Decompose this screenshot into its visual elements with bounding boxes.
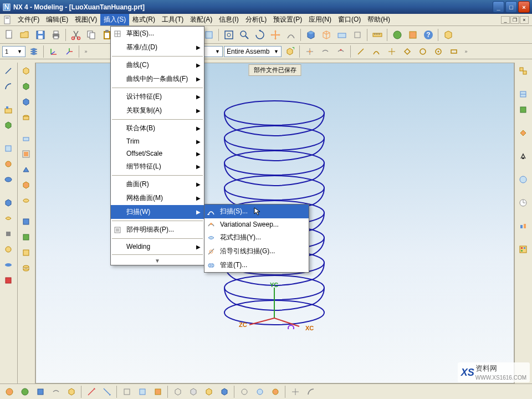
right-tool-6[interactable] xyxy=(516,172,530,187)
layer-input[interactable] xyxy=(5,48,17,55)
left2-tool-5[interactable] xyxy=(19,131,33,146)
bottom-tool-14[interactable] xyxy=(217,385,232,399)
arc-tool[interactable] xyxy=(1,79,16,94)
menu-item-mesh-surface[interactable]: 网格曲面(M) ▶ xyxy=(111,191,204,205)
tool-btn-7[interactable] xyxy=(350,28,365,42)
open-button[interactable] xyxy=(18,28,32,42)
curve-tool-7[interactable] xyxy=(447,44,461,59)
bottom-tool-9[interactable] xyxy=(135,385,150,399)
tool-btn-8[interactable] xyxy=(390,28,405,42)
menu-insert[interactable]: 插入(S) xyxy=(100,14,129,25)
curve-tool-5[interactable] xyxy=(416,44,430,59)
tool-btn-10[interactable] xyxy=(441,28,456,42)
bottom-tool-15[interactable] xyxy=(237,385,252,399)
menu-view[interactable]: 视图(V) xyxy=(71,14,100,25)
menu-file[interactable]: 文件(F) xyxy=(14,14,43,25)
curve-tool-6[interactable] xyxy=(431,44,446,59)
left-tool-3[interactable] xyxy=(1,172,16,187)
right-tool-1[interactable] xyxy=(516,64,530,78)
left2-tool-4[interactable] xyxy=(19,110,33,125)
bottom-tool-8[interactable] xyxy=(120,385,134,399)
menu-item-parts-list[interactable]: 部件明细表(P)... xyxy=(111,223,204,237)
left2-tool-13[interactable] xyxy=(19,261,33,275)
menu-item-welding[interactable]: Welding ▶ xyxy=(111,241,204,253)
line-tool[interactable] xyxy=(1,64,16,78)
right-tool-2[interactable] xyxy=(516,87,530,101)
menu-tools[interactable]: 工具(T) xyxy=(158,14,187,25)
left2-tool-7[interactable] xyxy=(19,162,33,177)
menu-preferences[interactable]: 预设置(P) xyxy=(270,14,305,25)
menu-item-trim[interactable]: Trim ▶ xyxy=(111,135,204,147)
bottom-tool-2[interactable] xyxy=(18,385,32,399)
toolbar-overflow[interactable]: » xyxy=(82,45,90,58)
left-tool-1[interactable] xyxy=(1,141,16,156)
curve-tool-4[interactable] xyxy=(400,44,415,59)
bottom-tool-6[interactable] xyxy=(84,385,99,399)
bottom-tool-10[interactable] xyxy=(151,385,165,399)
bottom-tool-19[interactable] xyxy=(304,385,318,399)
bottom-tool-4[interactable] xyxy=(49,385,63,399)
menu-application[interactable]: 应用(N) xyxy=(305,14,335,25)
left-tool-4[interactable] xyxy=(1,196,16,210)
fit-button[interactable] xyxy=(222,28,236,42)
layer-dropdown[interactable]: ▼ xyxy=(2,46,25,57)
submenu-item-sweep[interactable]: 扫描(S)... xyxy=(204,204,309,218)
menu-item-sweep[interactable]: 扫描(W) ▶ 扫描(S)... Variational Sweep... xyxy=(111,205,204,219)
bottom-tool-3[interactable] xyxy=(33,385,48,399)
feature-tool[interactable] xyxy=(1,118,16,132)
close-button[interactable]: × xyxy=(518,1,530,13)
sel-btn-4[interactable] xyxy=(334,44,348,59)
left-tool-5[interactable] xyxy=(1,211,16,226)
submenu-item-styled-sweep[interactable]: 花式扫描(Y)... xyxy=(204,231,309,244)
right-tool-4[interactable] xyxy=(516,126,530,140)
bottom-tool-7[interactable] xyxy=(100,385,114,399)
sketch-tool[interactable] xyxy=(1,103,16,117)
print-button[interactable] xyxy=(49,28,63,42)
right-tool-7[interactable] xyxy=(516,196,530,210)
menu-expand[interactable]: ▼ xyxy=(111,257,204,265)
menu-assembly[interactable]: 装配(A) xyxy=(187,14,216,25)
menu-format[interactable]: 格式(R) xyxy=(129,14,158,25)
tool-btn-5[interactable] xyxy=(284,28,298,42)
sel-btn-3[interactable] xyxy=(318,44,332,59)
rotate-button[interactable] xyxy=(253,28,267,42)
curve-tool-2[interactable] xyxy=(369,44,383,59)
copy-button[interactable] xyxy=(84,28,99,42)
save-button[interactable] xyxy=(33,28,48,42)
sel-btn-1[interactable]: + xyxy=(283,44,297,59)
curve-toolbar-overflow[interactable]: » xyxy=(462,45,470,58)
wcs-button[interactable] xyxy=(47,44,61,59)
layer-settings-button[interactable] xyxy=(27,44,41,59)
bottom-tool-12[interactable] xyxy=(186,385,201,399)
left-tool-8[interactable] xyxy=(1,258,16,272)
maximize-button[interactable]: □ xyxy=(505,1,517,13)
left2-tool-9[interactable] xyxy=(19,193,33,208)
right-tool-9[interactable] xyxy=(516,242,530,257)
bottom-tool-5[interactable] xyxy=(64,385,79,399)
menu-item-combine[interactable]: 联合体(B) ▶ xyxy=(111,121,204,135)
mdi-restore[interactable]: ❐ xyxy=(510,16,519,24)
left-tool-6[interactable] xyxy=(1,227,16,241)
menu-item-sketch[interactable]: 草图(S)... xyxy=(111,27,204,40)
curve-tool-1[interactable] xyxy=(354,44,368,59)
new-button[interactable] xyxy=(2,28,17,42)
zoom-button[interactable] xyxy=(237,28,252,42)
bottom-tool-13[interactable] xyxy=(202,385,216,399)
measure-button[interactable] xyxy=(370,28,385,42)
menu-item-curve-from-curve[interactable]: 曲线中的一条曲线(F) ▶ xyxy=(111,72,204,86)
menu-item-curve[interactable]: 曲线(C) ▶ xyxy=(111,58,204,72)
tool-btn-9[interactable] xyxy=(406,28,420,42)
menu-item-assoc-copy[interactable]: 关联复制(A) ▶ xyxy=(111,104,204,117)
minimize-button[interactable]: _ xyxy=(493,1,504,13)
left2-tool-10[interactable] xyxy=(19,214,33,229)
submenu-item-tube[interactable]: 管道(T)... xyxy=(204,258,309,272)
menu-item-datum[interactable]: 基准/点(D) ▶ xyxy=(111,40,204,54)
bottom-tool-16[interactable] xyxy=(253,385,267,399)
left2-tool-8[interactable] xyxy=(19,178,33,192)
left2-tool-11[interactable] xyxy=(19,230,33,244)
right-tool-3[interactable] xyxy=(516,103,530,117)
menu-info[interactable]: 信息(I) xyxy=(216,14,242,25)
submenu-item-variational-sweep[interactable]: Variational Sweep... xyxy=(204,218,309,231)
bottom-tool-18[interactable] xyxy=(288,385,303,399)
left2-tool-6[interactable] xyxy=(19,147,33,161)
